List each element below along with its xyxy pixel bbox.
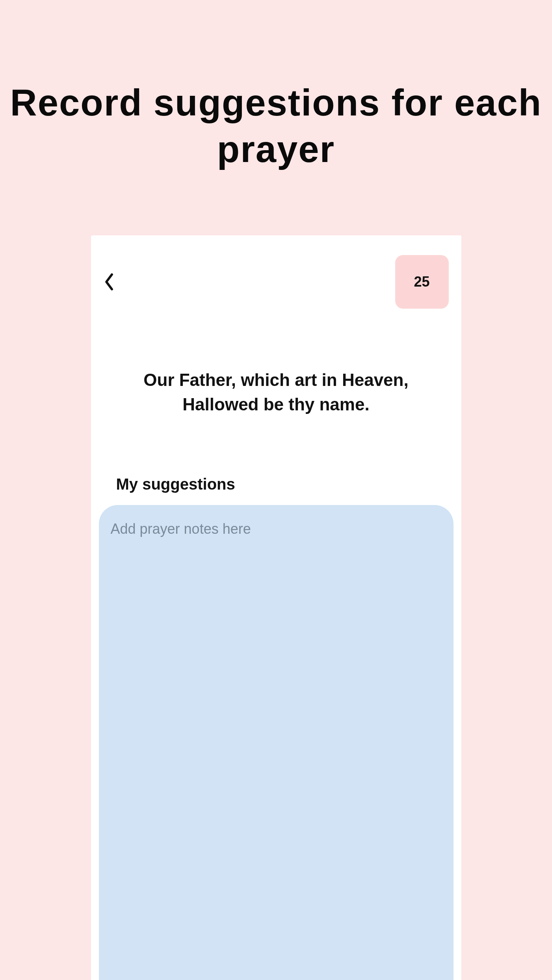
prayer-notes-input[interactable] bbox=[99, 505, 453, 980]
prayer-verse: Our Father, which art in Heaven, Hallowe… bbox=[99, 368, 453, 416]
back-button[interactable] bbox=[101, 274, 117, 290]
phone-header: 25 bbox=[99, 247, 453, 317]
promo-headline: Record suggestions for each prayer bbox=[5, 80, 547, 172]
suggestions-heading: My suggestions bbox=[99, 475, 453, 493]
prayer-count-badge: 25 bbox=[395, 255, 449, 309]
phone-screen: 25 Our Father, which art in Heaven, Hall… bbox=[91, 235, 461, 980]
promo-frame: Record suggestions for each prayer 25 Ou… bbox=[5, 5, 547, 975]
chevron-left-icon bbox=[104, 272, 115, 291]
